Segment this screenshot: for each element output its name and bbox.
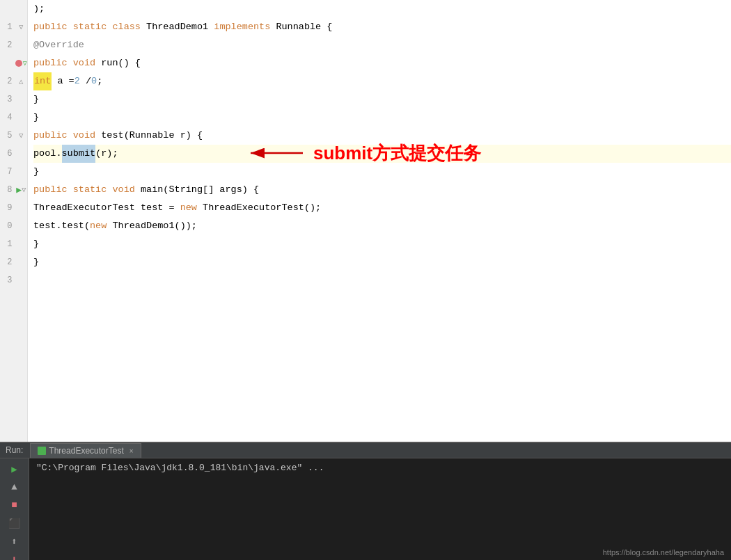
code-line-10: public static void main(String[] args) { bbox=[33, 181, 731, 199]
code-text-7a: public bbox=[33, 127, 68, 145]
tab-close[interactable]: × bbox=[129, 447, 134, 455]
bottom-toolbar: ▶ ▲ ■ ⬛ ⬆ ⬇ 🖨 bbox=[0, 458, 29, 560]
code-text-5: } bbox=[33, 90, 39, 109]
line-num-5: 3 bbox=[0, 95, 15, 104]
code-text-1b bbox=[68, 18, 73, 36]
line-info-6: 4 bbox=[0, 109, 27, 127]
code-text-10d bbox=[107, 181, 112, 199]
editor-area: 1 ▽ 2 ▽ 2 △ 3 4 bbox=[0, 0, 731, 442]
code-area: ); public static class ThreadDemo1 imple… bbox=[28, 0, 731, 442]
code-line-12: test.test(new ThreadDemo1()); bbox=[33, 217, 731, 235]
line-num-9: 7 bbox=[0, 167, 15, 177]
line-num-4: 2 bbox=[0, 77, 15, 86]
code-text-7c: void bbox=[73, 127, 95, 145]
line-marker-10: ▶ ▽ bbox=[15, 184, 28, 195]
code-text-7d: test(Runnable r) { bbox=[95, 127, 203, 145]
code-line-6: } bbox=[33, 109, 731, 127]
code-text-4e: / bbox=[80, 72, 91, 90]
line-info-15: 3 bbox=[0, 271, 27, 289]
code-text-11: ThreadExecutorTest test = new ThreadExec… bbox=[33, 199, 321, 217]
line-info-13: 1 bbox=[0, 235, 27, 253]
line-info-14: 2 bbox=[0, 253, 27, 271]
code-line-9: } bbox=[33, 163, 731, 181]
code-text-4b-int: int bbox=[33, 72, 52, 90]
code-text-3a: public bbox=[33, 54, 68, 72]
code-text-0: ); bbox=[33, 0, 45, 18]
line-marker-7: ▽ bbox=[15, 131, 28, 140]
line-num-15: 3 bbox=[0, 275, 15, 285]
code-text-7b bbox=[68, 127, 73, 145]
code-text-8a: pool. bbox=[33, 145, 62, 163]
bottom-panel: Run: ThreadExecutorTest × ▶ ▲ ■ ⬛ ⬆ ⬇ 🖨 … bbox=[0, 442, 731, 560]
code-text-3d: run() { bbox=[95, 54, 141, 72]
code-line-15 bbox=[33, 271, 731, 289]
code-text-4f: 0 bbox=[91, 72, 97, 90]
line-info-3: ▽ bbox=[0, 54, 27, 72]
code-text-10c: static bbox=[73, 181, 107, 199]
code-text-8b-highlight: submit bbox=[62, 145, 96, 163]
code-text-3c: void bbox=[73, 54, 95, 72]
code-text-1e: class bbox=[112, 18, 141, 36]
console-line: "C:\Program Files\Java\jdk1.8.0_181\bin\… bbox=[36, 463, 324, 473]
code-text-10e: void bbox=[112, 181, 134, 199]
code-text-4c: a = bbox=[52, 72, 74, 90]
tab-label: ThreadExecutorTest bbox=[49, 446, 123, 456]
code-text-10b bbox=[68, 181, 73, 199]
code-text-1c: static bbox=[73, 18, 107, 36]
console-output: "C:\Program Files\Java\jdk1.8.0_181\bin\… bbox=[29, 458, 731, 560]
line-num-1: 1 bbox=[0, 22, 15, 32]
run-tab[interactable]: ThreadExecutorTest × bbox=[30, 443, 141, 458]
code-text-15 bbox=[33, 271, 39, 289]
code-line-4: int a = 2 / 0 ; bbox=[33, 72, 731, 90]
line-info-9: 7 bbox=[0, 163, 27, 181]
code-line-1: public static class ThreadDemo1 implemen… bbox=[33, 18, 731, 36]
watermark: https://blog.csdn.net/legendaryhaha bbox=[603, 548, 724, 557]
code-text-8c: (r); bbox=[95, 145, 118, 163]
code-text-1d bbox=[107, 18, 112, 36]
run-btn[interactable]: ▶ bbox=[7, 461, 22, 477]
code-text-9: } bbox=[33, 163, 39, 181]
code-line-3: public void run() { bbox=[33, 54, 731, 72]
run-label: Run: bbox=[6, 445, 23, 458]
line-info-1: 1 ▽ bbox=[0, 18, 27, 36]
line-num-7: 5 bbox=[0, 131, 15, 141]
code-text-1h: Runnable { bbox=[270, 18, 332, 36]
code-text-10a: public bbox=[33, 181, 68, 199]
line-info-4: 2 △ bbox=[0, 72, 27, 90]
line-marker-1: ▽ bbox=[15, 23, 28, 31]
code-text-4g: ; bbox=[97, 72, 102, 90]
scroll-up-btn[interactable]: ⬆ bbox=[7, 534, 22, 549]
line-marker-4: △ bbox=[15, 77, 28, 86]
code-text-4d: 2 bbox=[74, 72, 80, 90]
breakpoint-dot bbox=[15, 60, 22, 67]
watermark-text: https://blog.csdn.net/legendaryhaha bbox=[603, 548, 724, 557]
code-line-8: pool. submit (r); bbox=[33, 145, 731, 163]
stop-btn2[interactable]: ⬛ bbox=[7, 515, 22, 531]
line-num-2: 2 bbox=[0, 40, 15, 50]
line-num-11: 9 bbox=[0, 203, 15, 213]
line-num-13: 1 bbox=[0, 239, 15, 249]
code-text-14: } bbox=[33, 253, 39, 271]
code-text-3b bbox=[68, 54, 73, 72]
line-info-11: 9 bbox=[0, 199, 27, 217]
stop-btn[interactable]: ■ bbox=[7, 497, 22, 513]
line-gutter: 1 ▽ 2 ▽ 2 △ 3 4 bbox=[0, 0, 28, 442]
line-num-8: 6 bbox=[0, 149, 15, 159]
bottom-tabs: Run: ThreadExecutorTest × bbox=[0, 443, 731, 458]
line-info-7: 5 ▽ bbox=[0, 127, 27, 145]
code-text-2: @Override bbox=[33, 36, 84, 54]
line-info-8: 6 bbox=[0, 145, 27, 163]
line-info-5: 3 bbox=[0, 90, 27, 109]
line-num-10: 8 bbox=[0, 185, 15, 195]
line-info-12: 0 bbox=[0, 217, 27, 235]
code-line-5: } bbox=[33, 90, 731, 109]
line-num-12: 0 bbox=[0, 221, 15, 231]
code-text-6: } bbox=[33, 109, 39, 127]
line-info-2: 2 bbox=[0, 36, 27, 54]
code-text-1f: ThreadDemo1 bbox=[141, 18, 214, 36]
code-text-10f: main(String[] args) { bbox=[135, 181, 259, 199]
code-line-7: public void test(Runnable r) { bbox=[33, 127, 731, 145]
scroll-down-btn[interactable]: ⬇ bbox=[7, 552, 22, 560]
rerun-btn[interactable]: ▲ bbox=[7, 479, 22, 495]
code-line-2: @Override bbox=[33, 36, 731, 54]
